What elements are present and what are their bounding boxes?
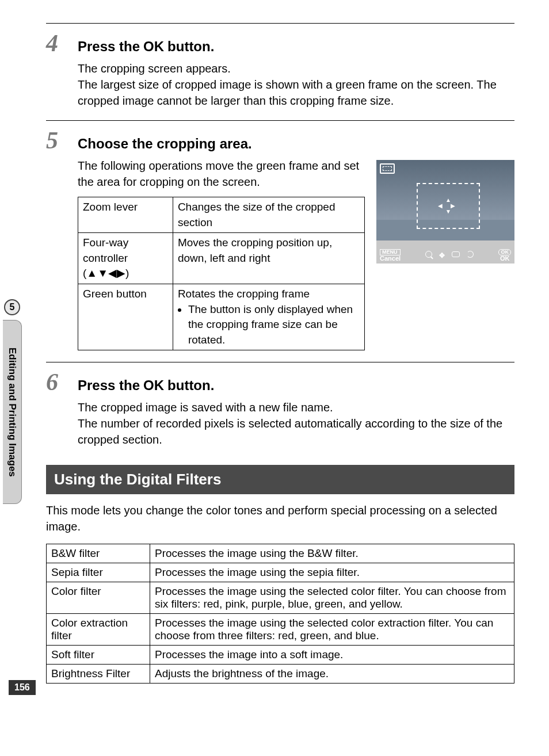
- table-row: Soft filter Processes the image into a s…: [47, 646, 514, 665]
- digital-filters-header: Using the Digital Filters: [46, 465, 514, 494]
- filter-desc: Processes the image using the selected c…: [150, 614, 514, 646]
- step-5-number: 5: [46, 127, 66, 154]
- step-6-body-line-1: The cropped image is saved with a new fi…: [78, 399, 514, 415]
- step-6-title: Press the OK button.: [78, 377, 214, 394]
- page-number: 156: [9, 680, 36, 695]
- green-button-label: Green button: [78, 284, 173, 350]
- chapter-number-badge: 5: [4, 299, 20, 315]
- step-5-title: Choose the cropping area.: [78, 136, 252, 152]
- cropping-preview-image: ▲ ◀ ▶ ▼ MENU Cancel ✥: [376, 160, 514, 264]
- step-4-body-line-2: The largest size of cropped image is sho…: [78, 77, 514, 109]
- table-row: Green button Rotates the cropping frame …: [78, 284, 365, 350]
- step-4-title: Press the OK button.: [78, 39, 214, 55]
- step-6: 6 Press the OK button. The cropped image…: [46, 362, 514, 448]
- filter-desc: Processes the image using the B&W filter…: [150, 544, 514, 563]
- step-6-number: 6: [46, 368, 66, 396]
- table-row: Zoom lever Changes the size of the cropp…: [78, 197, 365, 233]
- table-row: Four-way controller (▲▼◀▶) Moves the cro…: [78, 233, 365, 284]
- filter-name: Soft filter: [47, 646, 150, 665]
- step-4-title-suffix: button.: [167, 39, 214, 55]
- crop-arrows-icon: ▲ ◀ ▶ ▼: [438, 197, 459, 215]
- filter-name: B&W filter: [47, 544, 150, 563]
- cancel-label: Cancel: [380, 255, 401, 262]
- green-button-desc-main: Rotates the cropping frame: [178, 288, 310, 300]
- zoom-lever-desc: Changes the size of the cropped section: [173, 197, 364, 233]
- preview-bottom-bar: MENU Cancel ✥ OK OK: [376, 247, 514, 264]
- four-way-controller-label: Four-way controller (▲▼◀▶): [78, 233, 173, 284]
- four-way-controller-desc: Moves the cropping position up, down, le…: [173, 233, 364, 284]
- filter-name: Brightness Filter: [47, 665, 150, 684]
- crop-mode-icon: [380, 163, 395, 174]
- side-tab: 5 Editing and Printing Images: [0, 299, 24, 504]
- digital-filters-table: B&W filter Processes the image using the…: [46, 544, 514, 684]
- zoom-lever-label: Zoom lever: [78, 197, 173, 233]
- filter-desc: Processes the image using the selected c…: [150, 582, 514, 614]
- chapter-title-vertical: Editing and Printing Images: [3, 320, 22, 504]
- table-row: Sepia filter Processes the image using t…: [47, 563, 514, 582]
- filter-desc: Processes the image into a soft image.: [150, 646, 514, 665]
- step-6-body-line-2: The number of recorded pixels is selecte…: [78, 415, 514, 448]
- green-button-desc: Rotates the cropping frame The button is…: [173, 284, 364, 350]
- step-4-number: 4: [46, 29, 66, 57]
- move-icon: ✥: [439, 251, 445, 261]
- filter-desc: Adjusts the brightness of the image.: [150, 665, 514, 684]
- digital-filters-intro: This mode lets you change the color tone…: [46, 502, 514, 534]
- step-5-intro: The following operations move the green …: [78, 158, 365, 190]
- step-6-title-prefix: Press the: [78, 377, 140, 394]
- filter-name: Sepia filter: [47, 563, 150, 582]
- table-row: Brightness Filter Adjusts the brightness…: [47, 665, 514, 684]
- filter-desc: Processes the image using the sepia filt…: [150, 563, 514, 582]
- green-button-icon: [452, 251, 460, 259]
- step-6-title-suffix: button.: [167, 377, 214, 394]
- rotate-icon: [467, 251, 474, 260]
- ok-label: OK: [500, 255, 510, 262]
- step-4-title-prefix: Press the: [78, 39, 140, 55]
- filter-name: Color filter: [47, 582, 150, 614]
- ok-button-label-icon: OK: [143, 39, 164, 55]
- step-4: 4 Press the OK button. The cropping scre…: [46, 23, 514, 109]
- table-row: Color extraction filter Processes the im…: [47, 614, 514, 646]
- table-row: B&W filter Processes the image using the…: [47, 544, 514, 563]
- zoom-icon: [425, 251, 432, 260]
- table-row: Color filter Processes the image using t…: [47, 582, 514, 614]
- step-5: 5 Choose the cropping area. The followin…: [46, 120, 514, 350]
- cropping-controls-table: Zoom lever Changes the size of the cropp…: [78, 197, 365, 350]
- crop-frame: ▲ ◀ ▶ ▼: [417, 183, 480, 229]
- ok-button-label-icon: OK: [143, 377, 164, 394]
- filter-name: Color extraction filter: [47, 614, 150, 646]
- step-4-body-line-1: The cropping screen appears.: [78, 60, 514, 77]
- green-button-desc-note: The button is only displayed when the cr…: [188, 302, 360, 348]
